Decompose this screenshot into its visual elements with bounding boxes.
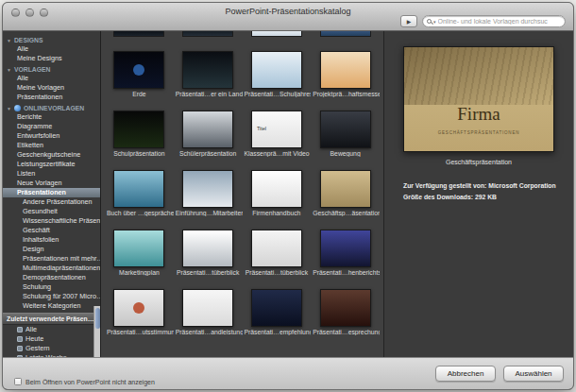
template-card[interactable]: Präsentati…utsstimmung <box>105 286 174 346</box>
template-thumbnail[interactable] <box>113 31 164 37</box>
sidebar-item[interactable]: Weitere Kategorien <box>3 301 100 311</box>
template-thumbnail[interactable] <box>182 31 233 37</box>
template-thumbnail[interactable] <box>182 289 233 327</box>
sidebar-section-header[interactable]: ▼ DESIGNS <box>3 34 100 44</box>
sidebar-item[interactable]: Meine Vorlagen <box>3 83 100 93</box>
template-preview[interactable]: Firma GESCHÄFTSPRÄSENTATIONEN <box>403 46 554 152</box>
sidebar-item[interactable]: Präsentationen mit mehr… <box>3 254 100 264</box>
sidebar-item[interactable]: Leistungszertifikate <box>3 160 100 169</box>
sidebar-item[interactable]: Präsentationen <box>3 93 100 102</box>
template-card[interactable]: Präsentati…andleistung <box>174 286 243 346</box>
template-thumbnail[interactable] <box>113 51 164 89</box>
template-card[interactable]: Erde <box>105 48 174 108</box>
search-input[interactable] <box>438 18 560 25</box>
template-card[interactable]: Präsentati…esprechung <box>311 286 380 346</box>
template-card[interactable]: Präsentati…Schuljahres <box>243 48 312 108</box>
template-card-partial[interactable] <box>243 31 312 37</box>
sidebar-item[interactable]: Berichte <box>3 112 100 122</box>
sidebar-item[interactable]: Schulung <box>3 282 100 292</box>
sidebar-item[interactable]: Demopräsentationen <box>3 273 100 282</box>
template-thumbnail[interactable] <box>251 170 302 208</box>
sidebar-item[interactable]: Entwurfsfolien <box>3 131 100 141</box>
sidebar-item[interactable]: Inhaltsfolien <box>3 235 100 245</box>
template-thumbnail[interactable] <box>320 51 371 89</box>
sidebar-item[interactable]: Alle <box>3 325 100 334</box>
template-thumbnail[interactable] <box>182 51 233 89</box>
sidebar-item[interactable]: Gestern <box>3 344 100 353</box>
chevron-down-icon[interactable]: ▾ <box>433 19 436 25</box>
template-title: Geschäftsp…äsentation <box>311 210 380 216</box>
sidebar-item[interactable]: Andere Präsentationen <box>3 197 100 207</box>
template-thumbnail[interactable] <box>113 289 164 327</box>
template-card[interactable]: Präsentati…empfehlung <box>243 286 312 346</box>
template-card[interactable]: Präsentati…er ein Land <box>174 48 243 108</box>
sidebar-item[interactable]: Alle <box>3 74 100 83</box>
template-card-partial[interactable] <box>105 31 174 37</box>
template-thumbnail[interactable] <box>320 31 371 37</box>
template-thumbnail[interactable] <box>182 111 233 148</box>
sidebar-item[interactable]: Wissenschaftliche Präsen… <box>3 216 100 226</box>
template-card[interactable]: Buch über …gespräche <box>105 167 174 227</box>
template-thumbnail[interactable] <box>113 230 164 267</box>
template-card[interactable]: Projektprä…haftsmesse <box>311 48 380 108</box>
sidebar-item[interactable]: Schulung für 2007 Micro… <box>3 292 100 301</box>
sidebar-item[interactable]: Diagramme <box>3 122 100 131</box>
content-area: ▼ DESIGNS Alle Meine Designs ▼ VORLAGEN … <box>3 31 573 357</box>
section-header-label: VORLAGEN <box>14 66 51 73</box>
sidebar-item-label: Gesundheit <box>23 207 58 216</box>
sidebar-item[interactable]: Heute <box>3 334 100 344</box>
scrollbar-thumb[interactable] <box>95 308 100 329</box>
sidebar-item[interactable]: Etiketten <box>3 141 100 150</box>
sidebar-item[interactable]: Listen <box>3 169 100 179</box>
template-card[interactable]: Präsentati…henberichts <box>311 227 380 286</box>
template-card-partial[interactable] <box>311 31 380 37</box>
template-card[interactable]: Präsentati…tüberblick <box>174 227 243 286</box>
template-card[interactable]: Bewegung <box>311 108 380 167</box>
template-card[interactable]: Geschäftsp…äsentation <box>311 167 380 227</box>
template-card-partial[interactable] <box>174 31 243 37</box>
template-thumbnail[interactable] <box>113 170 164 208</box>
search-field[interactable]: ▾ <box>422 15 566 27</box>
template-thumbnail[interactable] <box>320 170 371 208</box>
template-card[interactable]: Firmenhandbuch <box>243 167 312 227</box>
presentation-preview-button[interactable]: ▶ <box>400 15 417 27</box>
template-thumbnail[interactable] <box>251 51 302 89</box>
sidebar-collapsed-pane-header[interactable]: Zuletzt verwendete Präsen… <box>3 313 100 325</box>
template-thumbnail[interactable] <box>182 170 233 208</box>
template-thumbnail[interactable]: Titel <box>251 111 302 148</box>
sidebar-item[interactable]: Alle <box>3 44 100 54</box>
disclosure-triangle-icon[interactable]: ▼ <box>7 67 11 73</box>
sidebar-section-header[interactable]: ▼ VORLAGEN <box>3 63 100 74</box>
sidebar-section-header[interactable]: ▼ ONLINEVORLAGEN <box>3 102 100 112</box>
template-card[interactable]: Schülerpräsentation <box>174 108 243 167</box>
select-button[interactable]: Auswählen <box>503 366 564 382</box>
template-card[interactable]: Präsentati…tüberblick <box>243 227 312 286</box>
template-card[interactable]: Marketingplan <box>105 227 174 286</box>
template-thumbnail[interactable] <box>251 31 302 37</box>
sidebar-item[interactable]: Neue Vorlagen <box>3 179 100 188</box>
sidebar-item[interactable]: Geschenkgutscheine <box>3 150 100 160</box>
titlebar: PowerPoint-Präsentationskatalog ▶ ▾ <box>3 3 573 31</box>
template-thumbnail[interactable] <box>113 111 164 148</box>
template-thumbnail[interactable] <box>182 230 233 267</box>
disclosure-triangle-icon[interactable]: ▼ <box>7 38 11 43</box>
sidebar-item[interactable]: Design <box>3 245 100 254</box>
dont-show-checkbox-row[interactable]: Beim Öffnen von PowerPoint nicht anzeige… <box>14 378 155 385</box>
sidebar-item[interactable]: Geschäft <box>3 226 100 235</box>
sidebar-scrollbar[interactable] <box>93 306 100 357</box>
cancel-button[interactable]: Abbrechen <box>435 366 496 382</box>
sidebar-item[interactable]: Präsentationen <box>3 188 100 197</box>
disclosure-triangle-icon[interactable]: ▼ <box>7 106 11 111</box>
sidebar-item[interactable]: Multimediapräsentationen <box>3 264 100 273</box>
template-thumbnail[interactable] <box>251 289 302 327</box>
template-thumbnail[interactable] <box>320 289 371 327</box>
sidebar-item[interactable]: Gesundheit <box>3 207 100 216</box>
template-card[interactable]: Titel Klassenprä…mit Video <box>243 108 312 167</box>
template-card[interactable]: Einführung…Mitarbeiter <box>174 167 243 227</box>
template-thumbnail[interactable] <box>320 111 371 148</box>
template-thumbnail[interactable] <box>320 230 371 267</box>
template-card[interactable]: Schulpräsentation <box>105 108 174 167</box>
sidebar-item[interactable]: Meine Designs <box>3 54 100 63</box>
checkbox[interactable] <box>14 378 22 385</box>
template-thumbnail[interactable] <box>251 230 302 267</box>
